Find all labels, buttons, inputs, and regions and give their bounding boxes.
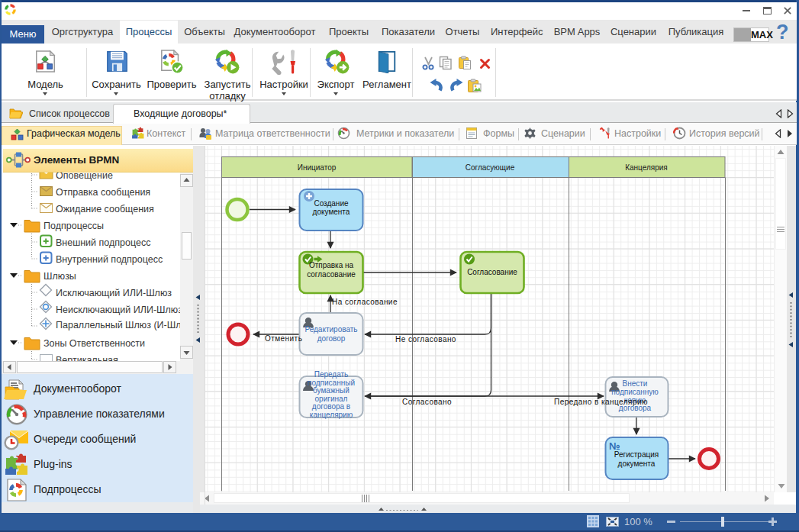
svg-text:Внутренний подпроцесс: Внутренний подпроцесс: [56, 254, 163, 265]
svg-text:На согласование: На согласование: [332, 298, 398, 306]
svg-text:Согласующие: Согласующие: [466, 163, 515, 172]
svg-text:Отправка на: Отправка на: [309, 261, 354, 269]
svg-text:бумажный: бумажный: [313, 386, 350, 395]
svg-text:оригинал: оригинал: [315, 395, 348, 403]
svg-text:Параллельный Шлюз (И-Шлю: Параллельный Шлюз (И-Шлю: [56, 320, 182, 330]
svg-text:Шлюзы: Шлюзы: [43, 271, 76, 282]
svg-text:согласование: согласование: [307, 270, 356, 279]
svg-text:Канцелярия: Канцелярия: [625, 163, 668, 172]
svg-text:подписанный: подписанный: [308, 379, 355, 387]
svg-text:Отправка сообщения: Отправка сообщения: [56, 187, 150, 198]
svg-text:Создание: Создание: [314, 199, 349, 208]
svg-text:Передано в канцелярию: Передано в канцелярию: [554, 398, 648, 406]
svg-text:Не согласовано: Не согласовано: [395, 335, 456, 343]
svg-text:Зоны Ответственности: Зоны Ответственности: [43, 338, 145, 349]
svg-text:Отменить: Отменить: [265, 334, 302, 343]
svg-text:договор: договор: [317, 334, 346, 343]
svg-text:Согласование: Согласование: [467, 268, 517, 276]
svg-text:Редактировать: Редактировать: [304, 325, 357, 334]
svg-text:канцелярию: канцелярию: [310, 411, 353, 419]
svg-text:Внести: Внести: [623, 379, 648, 388]
svg-text:Инициатор: Инициатор: [298, 163, 337, 172]
svg-text:документа: документа: [313, 208, 350, 216]
svg-text:Внешний подпроцесс: Внешний подпроцесс: [56, 237, 150, 248]
svg-text:договора в: договора в: [312, 402, 350, 411]
svg-text:Исключающий ИЛИ-Шлюз: Исключающий ИЛИ-Шлюз: [56, 288, 172, 298]
svg-text:документа: документа: [618, 459, 656, 468]
svg-text:подписанную: подписанную: [611, 388, 659, 396]
svg-text:Регистрация: Регистрация: [614, 450, 659, 459]
svg-text:Подпроцессы: Подпроцессы: [43, 221, 104, 231]
svg-text:Передать: Передать: [314, 370, 349, 379]
svg-text:Согласовано: Согласовано: [402, 398, 452, 406]
svg-text:Ожидание сообщения: Ожидание сообщения: [56, 204, 154, 214]
svg-text:Оповещение: Оповещение: [56, 172, 113, 181]
svg-text:Вертикальная: Вертикальная: [56, 355, 118, 361]
svg-text:Неисключающий ИЛИ-Шлюз: Неисключающий ИЛИ-Шлюз: [56, 305, 182, 315]
